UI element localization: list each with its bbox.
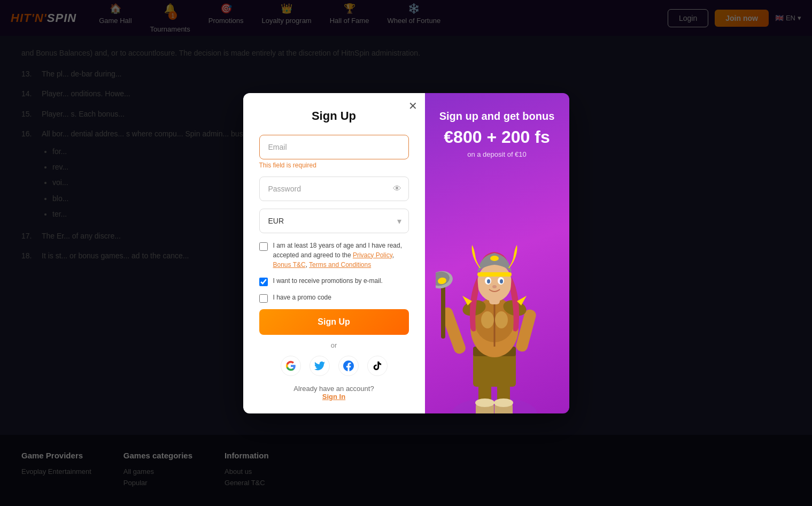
svg-point-5 xyxy=(475,398,494,407)
svg-point-13 xyxy=(481,311,494,328)
email-input-wrapper xyxy=(259,135,409,159)
twitter-login-button[interactable] xyxy=(310,356,330,376)
already-account-text: Already have an account? xyxy=(259,385,409,393)
modal-overlay[interactable]: ✕ Sign Up This field is required 👁 EUR xyxy=(0,0,812,506)
svg-point-29 xyxy=(492,285,497,288)
google-login-button[interactable] xyxy=(281,356,301,376)
terms-conditions-link[interactable]: Terms and Conditions xyxy=(309,261,371,269)
svg-point-24 xyxy=(477,263,512,302)
modal-promo-panel: Sign up and get bonus €800 + 200 fs on a… xyxy=(425,93,569,413)
promo-subtitle: on a deposit of €10 xyxy=(467,150,527,158)
terms-checkbox[interactable] xyxy=(259,242,268,251)
svg-point-6 xyxy=(494,398,513,407)
signup-button[interactable]: Sign Up xyxy=(259,309,409,335)
svg-rect-30 xyxy=(477,272,512,277)
privacy-policy-link[interactable]: Privacy Policy xyxy=(353,251,392,259)
svg-point-27 xyxy=(487,279,490,283)
facebook-login-button[interactable] xyxy=(338,356,359,376)
password-input-wrapper: 👁 xyxy=(259,177,409,201)
promotions-checkbox-group: I want to receive promotions by e-mail. xyxy=(259,276,409,286)
email-input[interactable] xyxy=(259,135,409,159)
currency-select-wrapper: EUR USD GBP ▾ xyxy=(259,209,409,233)
email-group: This field is required xyxy=(259,135,409,169)
promotions-label: I want to receive promotions by e-mail. xyxy=(273,276,383,286)
promo-code-checkbox[interactable] xyxy=(259,294,268,303)
svg-point-28 xyxy=(500,279,503,283)
close-button[interactable]: ✕ xyxy=(408,101,417,111)
or-divider: or xyxy=(259,341,409,349)
password-eye-icon[interactable]: 👁 xyxy=(393,184,401,194)
terms-label: I am at least 18 years of age and I have… xyxy=(273,241,409,270)
email-error: This field is required xyxy=(259,162,409,169)
signin-link[interactable]: Sign In xyxy=(259,393,409,401)
currency-select[interactable]: EUR USD GBP xyxy=(259,209,409,233)
promo-title: Sign up and get bonus xyxy=(439,109,555,123)
promo-amount: €800 + 200 fs xyxy=(444,127,550,147)
promo-code-checkbox-group: I have a promo code xyxy=(259,293,409,303)
social-icons xyxy=(259,356,409,376)
password-group: 👁 xyxy=(259,177,409,201)
terms-checkbox-group: I am at least 18 years of age and I have… xyxy=(259,241,409,270)
bonus-tnc-link[interactable]: Bonus T&C xyxy=(273,261,306,269)
promotions-checkbox[interactable] xyxy=(259,278,268,286)
password-input[interactable] xyxy=(259,177,409,201)
currency-group: EUR USD GBP ▾ xyxy=(259,209,409,233)
viking-illustration xyxy=(436,232,559,413)
promo-code-label: I have a promo code xyxy=(273,293,331,302)
svg-point-31 xyxy=(490,256,499,261)
tiktok-login-button[interactable] xyxy=(367,356,388,376)
modal-form-panel: ✕ Sign Up This field is required 👁 EUR xyxy=(243,93,425,413)
svg-point-14 xyxy=(495,311,508,328)
signup-modal: ✕ Sign Up This field is required 👁 EUR xyxy=(243,93,569,413)
modal-title: Sign Up xyxy=(259,109,409,123)
